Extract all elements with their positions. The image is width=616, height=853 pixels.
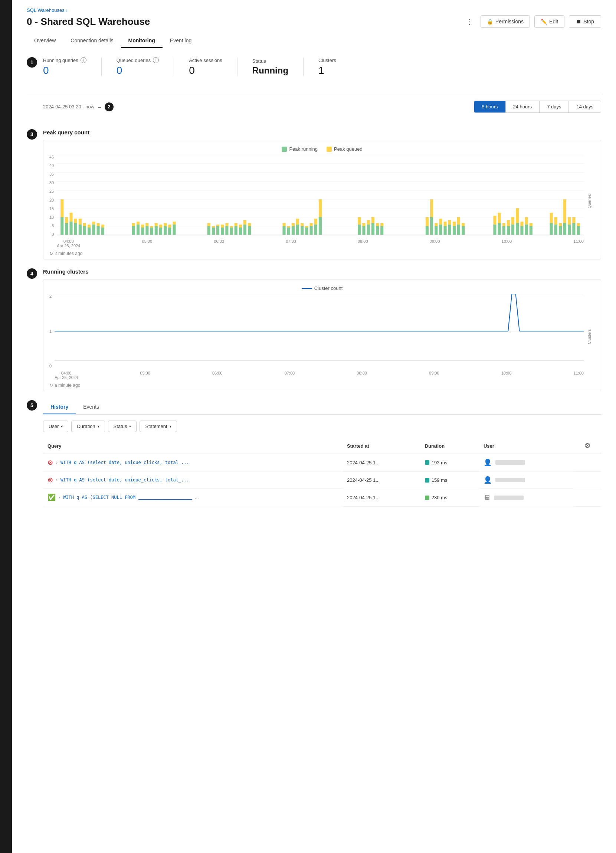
legend-peak-running: Peak running [282, 146, 318, 152]
row3-duration-bar [425, 496, 429, 500]
more-options-button[interactable]: ⋮ [463, 15, 476, 27]
col-settings[interactable]: ⚙ [574, 438, 601, 454]
svg-rect-82 [310, 226, 313, 235]
x-axis-label-1: 04:00Apr 25, 2024 [57, 239, 80, 248]
svg-rect-87 [319, 199, 322, 217]
svg-rect-132 [525, 225, 528, 235]
row3-user-icon: 🖥 [484, 494, 490, 501]
row1-user: 👤 [479, 454, 574, 471]
row3-query[interactable]: ✅ › WITH q AS (SELECT NULL FROM ________… [43, 489, 343, 506]
peak-query-chart: Peak running Peak queued 45 40 35 [43, 140, 601, 260]
svg-rect-104 [434, 226, 437, 235]
svg-rect-147 [573, 217, 575, 223]
peak-query-refresh: ↻ 2 minutes ago [49, 251, 595, 256]
time-btn-14d[interactable]: 14 days [569, 101, 601, 112]
history-tabs: History Events [43, 400, 601, 414]
x-axis-label-4: 07:00 [286, 239, 296, 248]
svg-rect-32 [137, 225, 140, 235]
running-queries-info-icon[interactable]: i [80, 57, 86, 63]
row3-user-blur [494, 496, 523, 500]
stat-divider-1 [101, 58, 102, 76]
tab-connection[interactable]: Connection details [63, 34, 121, 48]
svg-rect-141 [559, 223, 562, 226]
stat-divider-3 [237, 58, 238, 76]
svg-rect-51 [208, 223, 210, 226]
svg-rect-53 [212, 226, 215, 228]
svg-rect-86 [319, 217, 322, 235]
svg-rect-33 [137, 222, 140, 225]
svg-rect-18 [79, 225, 82, 235]
row2-started-at: 2024-04-25 1... [343, 471, 420, 489]
filter-status[interactable]: Status ▾ [108, 420, 137, 432]
row1-query[interactable]: ⊗ › WITH q AS (select date, unique_click… [43, 454, 343, 471]
running-clusters-chart: Cluster count 2 1 0 [43, 279, 601, 391]
time-range-separator: – [98, 104, 101, 110]
y-axis-label-peak: Queries [587, 194, 592, 209]
history-tab-history[interactable]: History [43, 400, 76, 414]
svg-rect-46 [168, 228, 171, 235]
time-btn-8h[interactable]: 8 hours [474, 101, 505, 112]
svg-rect-48 [173, 225, 176, 235]
svg-rect-94 [372, 223, 375, 235]
breadcrumb-parent[interactable]: SQL Warehouses [27, 8, 65, 13]
running-clusters-title: Running clusters [43, 269, 601, 275]
time-range-buttons: 8 hours 24 hours 7 days 14 days [474, 100, 601, 113]
svg-rect-130 [520, 226, 523, 235]
stop-button[interactable]: ⏹ Stop [569, 15, 601, 28]
breadcrumb[interactable]: SQL Warehouses › [27, 8, 601, 13]
svg-rect-52 [212, 228, 215, 235]
running-queries-stat: Running queries i 0 [43, 57, 101, 76]
permissions-button[interactable]: 🔒 Permissions [481, 15, 530, 28]
svg-rect-80 [305, 228, 308, 235]
edit-button[interactable]: ✏️ Edit [534, 15, 564, 28]
svg-rect-50 [208, 226, 210, 235]
svg-rect-54 [216, 226, 219, 235]
queued-queries-info-icon[interactable]: i [153, 57, 159, 63]
tab-eventlog[interactable]: Event log [162, 34, 199, 48]
filter-user[interactable]: User ▾ [43, 420, 68, 432]
svg-rect-117 [462, 223, 464, 226]
peak-query-title: Peak query count [43, 129, 601, 135]
svg-rect-49 [173, 222, 176, 225]
svg-rect-112 [453, 226, 456, 235]
svg-rect-93 [367, 220, 370, 225]
svg-rect-11 [61, 199, 64, 217]
svg-rect-96 [376, 226, 379, 235]
table-row: ✅ › WITH q AS (SELECT NULL FROM ________… [43, 489, 601, 506]
svg-rect-67 [243, 220, 246, 225]
svg-rect-126 [511, 225, 514, 235]
svg-rect-65 [239, 225, 242, 228]
row2-duration: 159 ms [420, 471, 479, 489]
svg-rect-136 [550, 223, 553, 235]
svg-rect-125 [507, 220, 510, 226]
svg-rect-20 [83, 226, 86, 235]
svg-rect-21 [83, 223, 86, 226]
svg-rect-71 [283, 223, 286, 226]
clusters-x-label-3: 06:00 [212, 371, 223, 380]
svg-rect-92 [367, 225, 370, 235]
svg-rect-95 [372, 217, 375, 223]
peak-query-legend: Peak running Peak queued [49, 146, 595, 152]
query-history-table: Query Started at Duration User ⚙ [43, 438, 601, 507]
svg-rect-138 [554, 225, 557, 235]
svg-rect-83 [310, 223, 313, 226]
svg-rect-17 [74, 219, 77, 223]
row2-query[interactable]: ⊗ › WITH q AS (select date, unique_click… [43, 471, 343, 489]
time-btn-7d[interactable]: 7 days [540, 101, 569, 112]
step-3-indicator: 3 [27, 129, 37, 140]
svg-rect-23 [88, 225, 91, 228]
svg-rect-59 [226, 223, 229, 226]
clusters-value: 1 [319, 65, 336, 76]
filter-duration[interactable]: Duration ▾ [71, 420, 105, 432]
tab-overview[interactable]: Overview [27, 34, 63, 48]
clusters-x-label-6: 09:00 [429, 371, 439, 380]
tab-monitoring[interactable]: Monitoring [121, 34, 162, 48]
x-axis-label-2: 05:00 [142, 239, 153, 248]
col-user: User [479, 438, 574, 454]
filter-statement[interactable]: Statement ▾ [140, 420, 177, 432]
time-btn-24h[interactable]: 24 hours [506, 101, 540, 112]
table-settings-icon[interactable]: ⚙ [584, 442, 590, 449]
svg-rect-34 [141, 228, 144, 235]
col-query: Query [43, 438, 343, 454]
history-tab-events[interactable]: Events [76, 400, 106, 414]
